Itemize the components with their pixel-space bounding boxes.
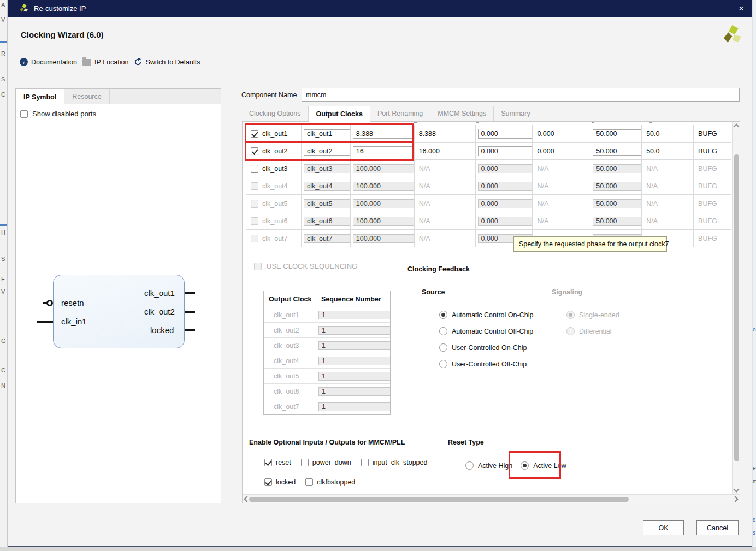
- checkbox-label: locked: [276, 478, 296, 486]
- background-glyph: S: [1, 256, 5, 262]
- reset-active-high-radio[interactable]: Active High: [465, 461, 512, 470]
- phase-requested-cell: [476, 195, 533, 212]
- locked-checkbox-item: locked: [264, 478, 296, 486]
- ok-button[interactable]: OK: [643, 520, 684, 535]
- folder-icon: [82, 59, 91, 66]
- clkfbstopped-checkbox[interactable]: [305, 478, 313, 486]
- port-name-cell: [302, 143, 351, 159]
- duty-actual-cell: N/A: [642, 177, 694, 194]
- reset-type-title: Reset Type: [448, 439, 484, 446]
- source-user-controlled-off-chip-radio[interactable]: User-Controlled Off-Chip: [439, 360, 533, 368]
- freq-requested-cell: [351, 195, 415, 212]
- duty-requested-cell: [590, 212, 642, 229]
- tab-mmcm-settings[interactable]: MMCM Settings: [430, 106, 494, 121]
- vertical-scrollbar[interactable]: [732, 122, 740, 494]
- port-name-cell: [302, 195, 351, 212]
- duty-requested-cell: [590, 160, 642, 177]
- scroll-right-icon[interactable]: [732, 496, 738, 502]
- tab-resource[interactable]: Resource: [64, 89, 110, 104]
- phase-requested-field: [478, 129, 533, 139]
- horizontal-scroll-thumb[interactable]: [249, 497, 629, 502]
- tab-port-renaming[interactable]: Port Renaming: [370, 106, 430, 121]
- locked-checkbox[interactable]: [264, 478, 272, 486]
- output-clock-row: clk_out3N/AN/AN/ABUFG: [246, 160, 731, 177]
- clk_out5-freq-input: [353, 200, 415, 208]
- port-name-field: [304, 147, 351, 156]
- reset-active-low-radio[interactable]: Active Low: [521, 461, 566, 470]
- duty-actual-cell: 50.0: [642, 143, 694, 159]
- clk_out1-seq-input: [319, 311, 390, 319]
- checkbox-label: reset: [276, 459, 291, 466]
- clk_out2-freq-input[interactable]: [353, 147, 415, 155]
- clk_out3-label: clk_out3: [262, 165, 288, 173]
- clk_out5-port-input: [304, 200, 351, 208]
- clk_out2-enable-checkbox[interactable]: [251, 147, 258, 155]
- close-icon[interactable]: ×: [739, 4, 744, 13]
- main-tabbar: Clocking OptionsOutput ClocksPort Renami…: [242, 106, 538, 121]
- clk_out1-duty-input[interactable]: [593, 130, 642, 138]
- clk_out1-port-input[interactable]: [304, 130, 351, 138]
- header-remnant: [414, 122, 417, 123]
- sequence-row: clk_out7: [264, 399, 390, 414]
- vertical-scroll-thumb[interactable]: [734, 154, 739, 461]
- scroll-down-icon[interactable]: [733, 486, 739, 492]
- clk_out1-freq-input[interactable]: [353, 130, 415, 138]
- source-automatic-control-off-chip-radio[interactable]: Automatic Control Off-Chip: [439, 327, 533, 335]
- duty-requested-field: [593, 199, 642, 208]
- clk_out4-duty-input: [593, 182, 642, 190]
- power_down-checkbox[interactable]: [301, 459, 309, 466]
- clk_out2-port-input[interactable]: [304, 147, 351, 155]
- background-accent: [0, 224, 7, 226]
- show-disabled-ports-checkbox[interactable]: [20, 110, 28, 118]
- clk_out2-duty-input[interactable]: [593, 147, 642, 155]
- sequence-number-field: [318, 341, 390, 350]
- output-clock-row: clk_out216.0000.00050.0BUFG: [246, 143, 731, 160]
- dialog-toolbar: i Documentation IP Location Switch to De…: [20, 58, 200, 66]
- phase-requested-cell: [476, 125, 533, 142]
- phase-actual-cell: 0.000: [533, 143, 590, 159]
- input_clk_stopped-checkbox[interactable]: [361, 459, 369, 466]
- tab-summary[interactable]: Summary: [494, 106, 538, 121]
- port-label-resetn: resetn: [61, 298, 84, 307]
- tab-output-clocks[interactable]: Output Clocks: [309, 106, 370, 122]
- xilinx-logo: [723, 25, 743, 45]
- phase-actual-cell: N/A: [533, 177, 590, 194]
- switch-to-defaults-link[interactable]: Switch to Defaults: [134, 58, 200, 66]
- power_down-checkbox-item: power_down: [301, 459, 351, 466]
- documentation-link[interactable]: i Documentation: [20, 58, 77, 66]
- clk_out4-label: clk_out4: [262, 182, 288, 190]
- duty-actual-cell: N/A: [642, 212, 694, 229]
- port-name-cell: [302, 125, 351, 142]
- radio-icon: [465, 461, 474, 470]
- horizontal-scrollbar[interactable]: [243, 494, 740, 503]
- feedback-source-group: Automatic Control On-ChipAutomatic Contr…: [439, 311, 533, 376]
- refresh-icon: [134, 58, 142, 66]
- clk_out1-phase-input[interactable]: [479, 130, 533, 138]
- page-title: Clocking Wizard (6.0): [21, 30, 104, 39]
- header-remnant: [476, 122, 479, 123]
- duty-actual-cell: 50.0: [642, 125, 694, 142]
- background-app-bottom-strip: [0, 547, 756, 551]
- radio-label: Active Low: [533, 462, 566, 470]
- reset-checkbox[interactable]: [264, 459, 272, 466]
- clk_out3-enable-checkbox[interactable]: [251, 165, 258, 173]
- output-clock-enable-cell: clk_out7: [246, 230, 302, 247]
- sequence-row: clk_out5: [264, 369, 390, 384]
- ip-location-link[interactable]: IP Location: [82, 58, 128, 66]
- cancel-button[interactable]: Cancel: [696, 520, 739, 535]
- source-automatic-control-on-chip-radio[interactable]: Automatic Control On-Chip: [439, 311, 533, 319]
- clk_out2-phase-input[interactable]: [479, 147, 533, 155]
- port-label-clk-out1: clk_out1: [144, 288, 175, 298]
- tab-ip-symbol[interactable]: IP Symbol: [16, 89, 64, 105]
- radio-label: Active High: [478, 462, 512, 470]
- sequence-row: clk_out3: [264, 338, 390, 353]
- clk_out7-label: clk_out7: [262, 235, 288, 242]
- use-clock-sequencing-checkbox[interactable]: [254, 263, 262, 270]
- source-user-controlled-on-chip-radio[interactable]: User-Controlled On-Chip: [439, 343, 533, 352]
- scroll-up-icon[interactable]: [733, 123, 739, 129]
- freq-requested-field: [353, 234, 415, 243]
- sequence-number-cell: [316, 323, 390, 337]
- component-name-input[interactable]: [302, 88, 740, 102]
- tab-clocking-options[interactable]: Clocking Options: [242, 106, 309, 121]
- clk_out1-enable-checkbox[interactable]: [251, 130, 258, 138]
